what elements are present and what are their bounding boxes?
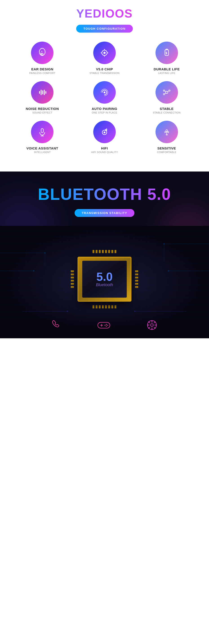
sensitive-icon [156, 121, 178, 143]
pin [114, 305, 116, 308]
stable-title: STABLE [160, 107, 174, 110]
ear-design-title: EAR DESIGN [31, 67, 53, 71]
noise-reduction-icon [31, 81, 54, 104]
pin [135, 274, 138, 275]
pin [105, 250, 107, 253]
hifi-subtitle: HIFI SOUND QUALITY [91, 151, 118, 154]
noise-reduction-subtitle: SOUND EFFECT [32, 111, 52, 114]
chip-visual: 5.0 Bluetooth [71, 250, 138, 308]
bottom-icons-row [0, 311, 209, 338]
pin [135, 277, 138, 278]
v50-chip-title: V5.0 CHIP [96, 67, 113, 71]
v50-chip-subtitle: STABLE TRANSMISSION [90, 72, 120, 74]
svg-point-1 [41, 51, 42, 52]
svg-rect-7 [42, 90, 43, 94]
feature-stable: STABLE STABLE CONNECTION [138, 81, 196, 114]
bluetooth-section: BLUETOOTH 5.0 TRANSMISSION STABILITY [0, 172, 209, 338]
hifi-title: HIFI [101, 146, 108, 150]
stable-icon [156, 81, 178, 104]
feature-noise-reduction: NOISE REDUCTION SOUND EFFECT [14, 81, 71, 114]
svg-rect-6 [41, 90, 42, 95]
svg-point-30 [33, 270, 34, 272]
pin [99, 250, 101, 253]
hifi-icon [93, 121, 116, 143]
voice-assistant-title: VOICE ASSISTANT [26, 146, 58, 150]
circuit-container: 5.0 Bluetooth [0, 226, 209, 338]
svg-point-43 [150, 324, 153, 326]
svg-point-31 [164, 243, 165, 244]
config-badge: TOUGH CONFIGURATION [76, 25, 133, 32]
pin [71, 280, 74, 282]
noise-reduction-title: NOISE REDUCTION [26, 107, 59, 110]
ear-design-icon [31, 42, 54, 64]
auto-pairing-title: AUTO PAIRING [92, 107, 117, 110]
chip-inner: 5.0 Bluetooth [82, 261, 127, 298]
pin [71, 283, 74, 285]
pin [96, 305, 98, 308]
pin [92, 250, 94, 253]
sensitive-subtitle: COMFORTABLE [157, 151, 176, 154]
page-title: YEDIOOS [0, 4, 209, 20]
pin [135, 280, 138, 282]
svg-line-50 [154, 322, 155, 323]
chip-number: 5.0 [96, 271, 112, 282]
pin [112, 305, 113, 308]
svg-point-29 [44, 252, 46, 254]
pin [135, 283, 138, 285]
voice-assistant-icon [31, 121, 54, 143]
pin [71, 286, 74, 288]
pin [108, 250, 110, 253]
feature-voice-assistant: VOICE ASSISTANT INTELLIGENT [14, 121, 71, 154]
pin [92, 305, 94, 308]
svg-rect-5 [39, 91, 40, 94]
durable-life-subtitle: LASTING LIFE [158, 72, 175, 74]
svg-line-51 [148, 327, 150, 328]
chip-pins-top [92, 250, 116, 253]
features-grid: EAR DESIGN PAINLESS COMFORT V5.0 CHIP ST… [0, 42, 209, 154]
svg-rect-8 [44, 90, 45, 95]
pin [102, 305, 104, 308]
pin [112, 250, 113, 253]
auto-pairing-subtitle: ONE STEP IN PLACE [92, 111, 117, 114]
pin [99, 305, 101, 308]
svg-line-49 [154, 327, 155, 328]
pin [96, 250, 98, 253]
pin [135, 286, 138, 288]
svg-point-2 [104, 52, 106, 54]
durable-life-title: DURABLE LIFE [154, 67, 180, 71]
svg-rect-15 [41, 128, 43, 132]
chip-pins-right [135, 270, 138, 288]
pin [102, 250, 104, 253]
svg-point-14 [164, 94, 165, 95]
voice-assistant-subtitle: INTELLIGENT [34, 151, 50, 154]
v50-chip-icon [93, 42, 116, 64]
pin [105, 305, 107, 308]
durable-life-icon [156, 42, 178, 64]
svg-point-19 [104, 132, 106, 133]
svg-rect-9 [46, 91, 46, 94]
top-section: YEDIOOS TOUGH CONFIGURATION EAR DESIGN P… [0, 0, 209, 172]
feature-sensitive: SENSITIVE COMFORTABLE [138, 121, 196, 154]
chip-pins-left [71, 270, 74, 288]
chip-text: Bluetooth [96, 282, 113, 287]
phone-icon [50, 319, 63, 331]
transmission-badge: TRANSMISSION STABILITY [74, 209, 134, 217]
auto-pairing-icon [93, 81, 116, 104]
feature-auto-pairing: AUTO PAIRING ONE STEP IN PLACE [76, 81, 134, 114]
svg-point-41 [104, 325, 106, 326]
film-icon [145, 319, 159, 331]
ear-design-subtitle: PAINLESS COMFORT [29, 72, 55, 74]
svg-point-12 [164, 90, 165, 91]
svg-point-10 [104, 92, 106, 93]
svg-line-48 [148, 322, 150, 323]
feature-durable-life: DURABLE LIFE LASTING LIFE [138, 42, 196, 74]
bluetooth-title: BLUETOOTH 5.0 [38, 185, 171, 204]
svg-point-38 [106, 324, 107, 325]
chip-pins-bottom [92, 305, 116, 308]
svg-point-13 [169, 90, 170, 91]
pin [71, 270, 74, 272]
svg-point-39 [107, 325, 108, 326]
feature-ear-design: EAR DESIGN PAINLESS COMFORT [14, 42, 71, 74]
pin [71, 277, 74, 278]
svg-point-32 [168, 270, 169, 272]
